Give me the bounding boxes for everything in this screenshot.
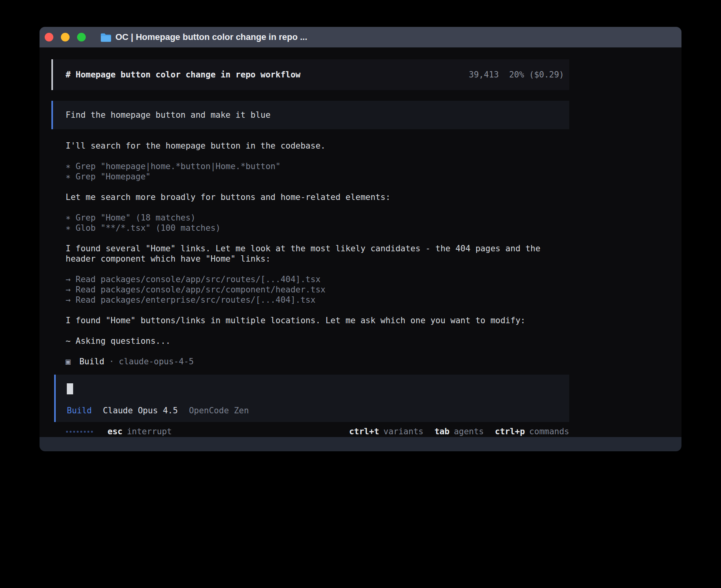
context-usage: 20% ($0.29) (509, 70, 564, 80)
provider-name: OpenCode Zen (189, 405, 249, 416)
mode-selector[interactable]: Build (67, 405, 92, 416)
text-cursor (67, 383, 73, 394)
titlebar[interactable]: OC | Homepage button color change in rep… (40, 27, 681, 47)
assistant-text: I found "Home" buttons/links in multiple… (66, 315, 569, 326)
agent-status: ▣ Build · claude-opus-4-5 (66, 356, 569, 367)
user-message: Find the homepage button and make it blu… (51, 101, 569, 129)
prompt-input[interactable]: Build Claude Opus 4.5 OpenCode Zen (54, 375, 569, 422)
shortcut-variants: ctrl+tvariants (349, 426, 423, 437)
traffic-lights (45, 33, 86, 41)
session-stats: 39,413 20% ($0.29) (469, 70, 564, 80)
token-count: 39,413 (469, 70, 499, 80)
shortcut-key: esc (108, 426, 123, 437)
shortcut-agents: tabagents (434, 426, 484, 437)
assistant-text: Let me search more broadly for buttons a… (66, 192, 569, 202)
shortcut-label: commands (529, 426, 569, 437)
user-message-text: Find the homepage button and make it blu… (66, 110, 270, 120)
window-title: OC | Homepage button color change in rep… (115, 32, 307, 42)
shortcut-key: tab (434, 426, 449, 437)
terminal-content: # Homepage button color change in repo w… (40, 47, 681, 437)
shortcut-key: ctrl+p (495, 426, 525, 437)
statusbar-left: escinterrupt (66, 426, 172, 437)
input-meta: Build Claude Opus 4.5 OpenCode Zen (67, 405, 558, 416)
terminal-window: OC | Homepage button color change in rep… (40, 27, 681, 451)
shortcut-label: variants (383, 426, 423, 437)
minimize-button[interactable] (61, 33, 70, 41)
progress-dots-icon (66, 431, 93, 433)
zoom-button[interactable] (77, 33, 86, 41)
shortcut-key: ctrl+t (349, 426, 379, 437)
tool-call-glob: ∗ Glob "**/*.tsx" (100 matches) (66, 223, 569, 233)
shortcut-label: interrupt (127, 426, 172, 437)
tool-call-grep: ∗ Grep "Home" (18 matches) (66, 213, 569, 223)
statusbar: escinterrupt ctrl+tvariants tabagents ct… (66, 426, 569, 437)
session-header: # Homepage button color change in repo w… (51, 59, 569, 90)
assistant-text: I found several "Home" links. Let me loo… (66, 243, 569, 264)
folder-icon (100, 33, 111, 42)
agent-icon: ▣ (66, 356, 71, 367)
session-title: # Homepage button color change in repo w… (66, 70, 300, 80)
tool-call-read: → Read packages/console/app/src/componen… (66, 285, 569, 295)
assistant-text: I'll search for the homepage button in t… (66, 141, 569, 151)
statusbar-right: ctrl+tvariants tabagents ctrl+pcommands (349, 426, 569, 437)
shortcut-commands: ctrl+pcommands (495, 426, 569, 437)
shortcut-label: agents (454, 426, 484, 437)
tool-call-grep: ∗ Grep "Homepage" (66, 172, 569, 182)
tui-column: # Homepage button color change in repo w… (51, 47, 569, 437)
model-name[interactable]: Claude Opus 4.5 (103, 405, 178, 416)
shortcut-interrupt: escinterrupt (108, 426, 172, 437)
tool-call-read: → Read packages/console/app/src/routes/[… (66, 274, 569, 285)
close-button[interactable] (45, 33, 53, 41)
agent-model: claude-opus-4-5 (119, 356, 194, 367)
asking-questions-status: ~ Asking questions... (66, 336, 569, 346)
agent-separator: · (109, 356, 114, 367)
agent-name: Build (79, 356, 104, 367)
tool-call-read: → Read packages/enterprise/src/routes/[.… (66, 295, 569, 305)
tool-call-grep: ∗ Grep "homepage|home.*button|Home.*butt… (66, 161, 569, 172)
assistant-transcript: I'll search for the homepage button in t… (66, 141, 569, 367)
